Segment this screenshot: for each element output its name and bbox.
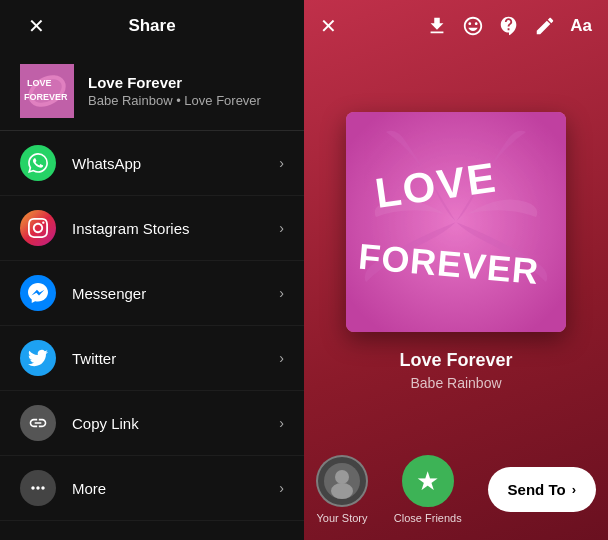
whatsapp-chevron: › [279,155,284,171]
left-header: ✕ Share [0,0,304,52]
share-item-twitter[interactable]: Twitter › [0,326,304,391]
pen-icon [534,15,556,37]
right-panel: ✕ A [304,0,608,540]
share-item-instagram[interactable]: Instagram Stories › [0,196,304,261]
whatsapp-label: WhatsApp [72,155,263,172]
track-info-row: LOVE FOREVER Love Forever Babe Rainbow •… [0,52,304,131]
close-button[interactable]: ✕ [20,10,52,42]
download-icon [426,15,448,37]
close-friends-avatar: ★ [402,455,454,507]
messenger-icon [20,275,56,311]
whatsapp-icon [20,145,56,181]
svg-point-9 [335,470,349,484]
pen-button[interactable] [534,15,556,37]
close-friends-label: Close Friends [394,512,462,524]
share-title: Share [128,16,175,36]
track-name: Love Forever [88,74,261,91]
share-item-more[interactable]: More › [0,456,304,521]
instagram-icon [20,210,56,246]
right-close-icon: ✕ [320,14,337,38]
star-icon: ★ [416,466,439,497]
emoji-icon [462,15,484,37]
bottom-actions: Your Story ★ Close Friends Send To › [304,441,608,540]
album-art-large: LOVE FOREVER [346,112,566,332]
share-item-whatsapp[interactable]: WhatsApp › [0,131,304,196]
left-panel: ✕ Share LOVE FOREVER Love Forever Babe R… [0,0,304,540]
sticker-icon [498,15,520,37]
share-item-messenger[interactable]: Messenger › [0,261,304,326]
more-label: More [72,480,263,497]
text-icon: Aa [570,16,592,36]
sticker-button[interactable] [498,15,520,37]
more-icon [20,470,56,506]
close-icon: ✕ [28,14,45,38]
twitter-icon [20,340,56,376]
your-story-option[interactable]: Your Story [316,455,368,524]
download-button[interactable] [426,15,448,37]
instagram-label: Instagram Stories [72,220,263,237]
link-icon [20,405,56,441]
right-close-button[interactable]: ✕ [320,14,337,38]
send-to-label: Send To [508,481,566,498]
instagram-chevron: › [279,220,284,236]
album-art-small: LOVE FOREVER [20,64,74,118]
right-header-icons: Aa [426,15,592,37]
close-friends-option[interactable]: ★ Close Friends [394,455,462,524]
your-story-avatar [316,455,368,507]
twitter-label: Twitter [72,350,263,367]
right-header: ✕ A [304,0,608,52]
share-item-copy-link[interactable]: Copy Link › [0,391,304,456]
right-track-artist: Babe Rainbow [410,375,501,391]
copy-link-chevron: › [279,415,284,431]
text-button[interactable]: Aa [570,16,592,36]
send-to-button[interactable]: Send To › [488,467,596,512]
emoji-button[interactable] [462,15,484,37]
track-text: Love Forever Babe Rainbow • Love Forever [88,74,261,108]
twitter-chevron: › [279,350,284,366]
send-to-chevron-icon: › [572,482,576,497]
track-subtitle: Babe Rainbow • Love Forever [88,93,261,108]
copy-link-label: Copy Link [72,415,263,432]
svg-point-10 [331,483,353,499]
messenger-chevron: › [279,285,284,301]
right-track-name: Love Forever [399,350,512,371]
share-list: WhatsApp › Instagram Stories › Messenger… [0,131,304,540]
svg-text:FOREVER: FOREVER [24,92,68,102]
your-story-label: Your Story [317,512,368,524]
your-story-avatar-image [324,463,360,499]
right-content: LOVE FOREVER Love Forever Babe Rainbow [304,52,608,441]
more-chevron: › [279,480,284,496]
svg-text:LOVE: LOVE [27,78,52,88]
messenger-label: Messenger [72,285,263,302]
